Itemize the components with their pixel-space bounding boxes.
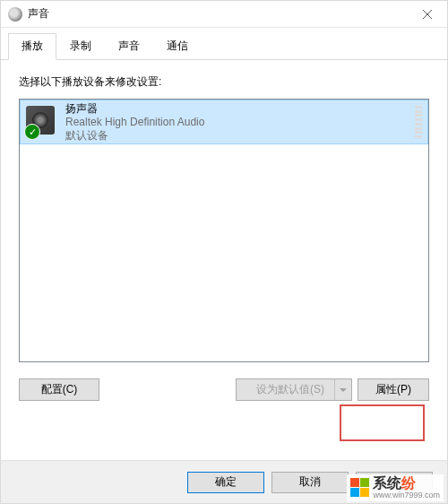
tabstrip: 播放 录制 声音 通信 <box>1 28 447 60</box>
sound-dialog-icon <box>8 7 22 22</box>
annotation-highlight <box>340 404 425 441</box>
instruction-text: 选择以下播放设备来修改设置: <box>19 74 429 90</box>
device-info: 扬声器 Realtek High Definition Audio 默认设备 <box>65 102 204 143</box>
chevron-down-icon <box>340 388 347 392</box>
tab-content: 选择以下播放设备来修改设置: ✓ 扬声器 Realtek High Defini… <box>1 60 447 401</box>
window-title: 声音 <box>28 6 49 22</box>
device-item[interactable]: ✓ 扬声器 Realtek High Definition Audio 默认设备 <box>20 100 428 144</box>
tab-recording[interactable]: 录制 <box>56 33 105 59</box>
right-button-group: 设为默认值(S) 属性(P) <box>236 378 429 401</box>
watermark: 系统纷 www.win7999.com <box>347 474 444 501</box>
watermark-text: 系统纷 www.win7999.com <box>373 476 440 500</box>
close-button[interactable] <box>407 1 447 28</box>
device-list[interactable]: ✓ 扬声器 Realtek High Definition Audio 默认设备 <box>19 99 429 362</box>
configure-button[interactable]: 配置(C) <box>19 378 99 401</box>
cancel-button[interactable]: 取消 <box>271 472 349 493</box>
set-default-label: 设为默认值(S) <box>256 382 324 397</box>
button-row: 配置(C) 设为默认值(S) 属性(P) <box>19 378 429 401</box>
watermark-main-b: 纷 <box>401 475 416 491</box>
default-check-icon: ✓ <box>24 124 40 140</box>
set-default-button[interactable]: 设为默认值(S) <box>236 378 352 401</box>
level-meter <box>415 106 422 138</box>
device-name: 扬声器 <box>65 102 204 116</box>
titlebar[interactable]: 声音 <box>1 1 447 28</box>
close-icon <box>423 10 432 19</box>
device-description: Realtek High Definition Audio <box>65 116 204 129</box>
ok-button[interactable]: 确定 <box>187 472 264 493</box>
device-icon: ✓ <box>26 106 58 138</box>
watermark-logo-icon <box>350 478 369 497</box>
watermark-sub: www.win7999.com <box>373 491 440 500</box>
tab-sounds[interactable]: 声音 <box>105 33 153 59</box>
device-status: 默认设备 <box>65 129 204 143</box>
sound-dialog: 声音 播放 录制 声音 通信 选择以下播放设备来修改设置: ✓ 扬声器 Real… <box>0 0 448 504</box>
properties-button[interactable]: 属性(P) <box>358 378 429 401</box>
watermark-main-a: 系统 <box>373 475 401 491</box>
tab-communications[interactable]: 通信 <box>153 33 202 59</box>
tab-playback[interactable]: 播放 <box>8 33 56 60</box>
